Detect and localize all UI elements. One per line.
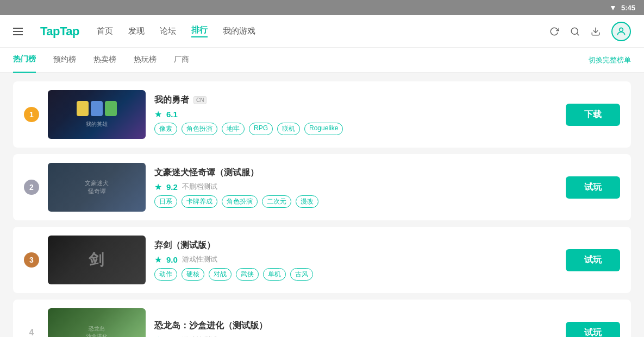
subnav-hotplay[interactable]: 热玩榜: [134, 48, 157, 73]
download-icon[interactable]: [591, 27, 601, 36]
sub-nav: 热门榜 预约榜 热卖榜 热玩榜 厂商 切换完整榜单: [0, 48, 644, 73]
star-icon-1: ★: [154, 109, 162, 119]
tag[interactable]: 漫改: [296, 195, 318, 208]
tag[interactable]: 古风: [290, 268, 313, 281]
game-rating-row-1: ★ 6.1: [154, 109, 557, 119]
tag[interactable]: 角色扮演: [182, 123, 217, 135]
game-info-1: 我的勇者 CN ★ 6.1 像素 角色扮演 地牢 RPG 联机 Roguelik…: [154, 94, 557, 135]
nav-discover[interactable]: 发现: [128, 26, 145, 36]
tag[interactable]: RPG: [249, 123, 273, 135]
header: TapTap 首页 发现 论坛 排行 我的游戏: [0, 15, 644, 48]
tags-row-2: 日系 卡牌养成 角色扮演 二次元 漫改: [154, 195, 557, 208]
game-rating-row-3: ★ 9.0 游戏性测试: [154, 255, 557, 265]
try-button-3[interactable]: 试玩: [566, 249, 620, 271]
tag[interactable]: 硬核: [182, 268, 204, 281]
nav-home[interactable]: 首页: [97, 26, 113, 36]
tag[interactable]: 武侠: [236, 268, 259, 281]
nav-forum[interactable]: 论坛: [160, 26, 176, 36]
rank-badge-1: 1: [24, 107, 39, 122]
rating-score-3: 9.0: [166, 255, 178, 264]
nav-ranking[interactable]: 排行: [191, 25, 208, 37]
tag[interactable]: 卡牌养成: [182, 195, 217, 208]
user-avatar[interactable]: [611, 22, 631, 41]
game-item: 1 我的英雄 我的勇者 CN ★ 6.1 像素: [13, 81, 631, 148]
game-title-row-1: 我的勇者 CN: [154, 94, 557, 106]
try-button-4[interactable]: 试玩: [566, 322, 620, 338]
cn-badge-1: CN: [193, 96, 207, 104]
search-icon[interactable]: [570, 27, 580, 36]
status-time: 5:45: [621, 4, 635, 12]
try-button-2[interactable]: 试玩: [566, 176, 620, 199]
tags-row-1: 像素 角色扮演 地牢 RPG 联机 Roguelike: [154, 123, 557, 135]
subnav-hot[interactable]: 热门榜: [13, 48, 36, 73]
tag[interactable]: 二次元: [262, 195, 291, 208]
game-title-row-2: 文豪迷犬怪奇谭（测试服）: [154, 167, 557, 179]
game-title-2: 文豪迷犬怪奇谭（测试服）: [154, 167, 259, 179]
game-title-4: 恐龙岛：沙盒进化（测试版）: [154, 320, 267, 332]
download-button-1[interactable]: 下载: [566, 104, 620, 126]
tags-row-3: 动作 硬核 对战 武侠 单机 古风: [154, 268, 557, 281]
star-icon-3: ★: [154, 255, 162, 265]
tag[interactable]: 角色扮演: [222, 195, 258, 208]
game-title-1: 我的勇者: [154, 94, 189, 106]
refresh-icon[interactable]: [549, 27, 559, 36]
rank-badge-2: 2: [24, 180, 39, 195]
game-list: 1 我的英雄 我的勇者 CN ★ 6.1 像素: [0, 73, 644, 337]
switch-full-list[interactable]: 切换完整榜单: [589, 55, 631, 65]
rating-label-2: 不删档测试: [182, 182, 217, 192]
rating-label-4: 游戏性测试: [182, 335, 217, 338]
game-item: 2 文豪迷犬怪奇谭 文豪迷犬怪奇谭（测试服） ★ 9.2 不删档测试 日系 卡牌…: [13, 154, 631, 220]
rating-score-1: 6.1: [166, 110, 178, 119]
tag[interactable]: 地牢: [222, 123, 245, 135]
rank-badge-3: 3: [24, 252, 39, 268]
game-title-row-3: 弃剑（测试版）: [154, 240, 557, 251]
tag[interactable]: 单机: [263, 268, 286, 281]
status-bar: ▼ 5:45: [0, 0, 644, 15]
game-info-2: 文豪迷犬怪奇谭（测试服） ★ 9.2 不删档测试 日系 卡牌养成 角色扮演 二次…: [154, 167, 557, 208]
tag[interactable]: 对战: [209, 268, 232, 281]
star-icon-4: ★: [154, 335, 162, 337]
star-icon-2: ★: [154, 182, 162, 192]
svg-line-1: [577, 33, 578, 35]
header-icons: [549, 22, 631, 41]
rank-badge-4: 4: [24, 328, 39, 337]
wifi-icon: ▼: [609, 3, 617, 12]
tag[interactable]: 联机: [277, 123, 300, 135]
game-item: 4 恐龙岛沙盒进化 恐龙岛：沙盒进化（测试版） ★ 5.6 游戏性测试 试玩: [13, 300, 631, 337]
game-thumbnail-2[interactable]: 文豪迷犬怪奇谭: [48, 163, 146, 212]
game-title-row-4: 恐龙岛：沙盒进化（测试版）: [154, 320, 557, 332]
game-thumbnail-1[interactable]: 我的英雄: [48, 90, 146, 139]
rating-score-2: 9.2: [166, 182, 178, 192]
subnav-reservation[interactable]: 预约榜: [53, 48, 76, 73]
game-item: 3 剑 弃剑（测试版） ★ 9.0 游戏性测试 动作 硬核 对战 武侠 单机 古…: [13, 227, 631, 293]
game-info-4: 恐龙岛：沙盒进化（测试版） ★ 5.6 游戏性测试: [154, 320, 557, 337]
game-thumbnail-4[interactable]: 恐龙岛沙盒进化: [48, 308, 146, 337]
nav-my-games[interactable]: 我的游戏: [223, 26, 255, 36]
game-info-3: 弃剑（测试版） ★ 9.0 游戏性测试 动作 硬核 对战 武侠 单机 古风: [154, 240, 557, 281]
subnav-vendor[interactable]: 厂商: [174, 48, 189, 73]
tag[interactable]: Roguelike: [304, 123, 343, 135]
game-rating-row-2: ★ 9.2 不删档测试: [154, 182, 557, 192]
logo[interactable]: TapTap: [40, 24, 79, 39]
game-rating-row-4: ★ 5.6 游戏性测试: [154, 335, 557, 337]
subnav-bestselling[interactable]: 热卖榜: [93, 48, 116, 73]
tag[interactable]: 日系: [154, 195, 177, 208]
tag[interactable]: 像素: [154, 123, 177, 135]
tag[interactable]: 动作: [154, 268, 177, 281]
hamburger-menu[interactable]: [13, 28, 23, 35]
main-nav: 首页 发现 论坛 排行 我的游戏: [97, 25, 532, 37]
svg-point-3: [620, 28, 623, 31]
game-title-3: 弃剑（测试版）: [154, 240, 215, 251]
rating-label-3: 游戏性测试: [182, 255, 217, 264]
game-thumbnail-3[interactable]: 剑: [48, 236, 146, 284]
